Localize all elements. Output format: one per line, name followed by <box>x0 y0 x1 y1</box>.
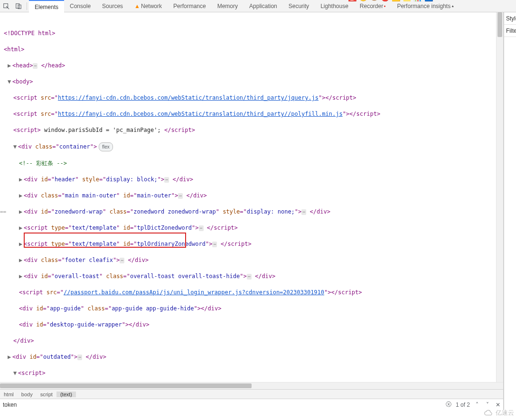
dom-node[interactable]: <div id="desktop-guide-wrapper"></div> <box>1 321 503 329</box>
vertical-scrollbar[interactable] <box>496 12 503 382</box>
next-match-icon[interactable]: ˅ <box>482 400 493 410</box>
breadcrumb: html body script (text) <box>0 389 503 399</box>
recorder-dot-icon: ● <box>384 4 385 8</box>
svg-rect-1 <box>16 3 19 8</box>
dom-node[interactable]: ▶<head>⋯ </head> <box>1 62 503 70</box>
search-count: 1 of 2 <box>454 401 472 408</box>
styles-tab[interactable]: Style <box>504 12 516 25</box>
dom-node[interactable]: </div> <box>1 337 503 345</box>
tab-elements[interactable]: Elements <box>29 0 64 12</box>
scrollbar-thumb[interactable] <box>0 383 252 388</box>
tab-security[interactable]: Security <box>283 0 315 12</box>
dom-node[interactable]: ▶<script type="text/template" id="tplDic… <box>1 224 503 232</box>
filter-field[interactable]: Filte <box>504 25 516 37</box>
selected-line-marker: == <box>0 208 6 216</box>
devtools-tabs: Elements Console Sources ▲Network Perfor… <box>0 0 516 12</box>
crumb-text[interactable]: (text) <box>56 392 76 397</box>
dom-tree[interactable]: == <!DOCTYPE html> <html> ▶<head>⋯ </hea… <box>0 12 503 382</box>
clear-icon[interactable]: ⓧ <box>443 400 454 410</box>
cloud-icon <box>483 410 494 416</box>
horizontal-scrollbar[interactable] <box>0 382 503 389</box>
crumb-script[interactable]: script <box>37 392 56 397</box>
dom-node[interactable]: ▶<div class="footer cleafix">⋯ </div> <box>1 256 503 264</box>
search-input[interactable] <box>0 401 443 408</box>
dom-node[interactable]: <script src="https://fanyi-cdn.cdn.bcebo… <box>1 94 503 102</box>
insights-dot-icon: ▲ <box>451 4 454 8</box>
dom-node[interactable]: ▶<div id="outdated">⋯ </div> <box>1 353 503 361</box>
scrollbar-thumb[interactable] <box>497 12 502 37</box>
styles-panel: Style Filte <box>504 12 516 410</box>
dom-node[interactable]: ▼<div class="container">flex <box>1 142 503 151</box>
inspect-icon[interactable] <box>2 2 10 10</box>
crumb-body[interactable]: body <box>18 392 37 397</box>
dom-node[interactable]: ▶<div id="zonedword-wrap" class="zonedwo… <box>1 208 503 216</box>
dom-node[interactable]: <script> window.parisSubId = 'pc_mainPag… <box>1 126 503 134</box>
dom-node[interactable]: ▶<div class="main main-outer" id="main-o… <box>1 192 503 200</box>
dom-node[interactable]: <div id="app-guide" class="app-guide app… <box>1 305 503 313</box>
dom-node[interactable]: <html> <box>1 46 503 54</box>
warning-icon: ▲ <box>134 3 141 9</box>
tab-network[interactable]: ▲Network <box>129 0 168 12</box>
tab-memory[interactable]: Memory <box>212 0 244 12</box>
device-toggle-icon[interactable] <box>15 2 22 10</box>
dom-node[interactable]: ▶<div id="overall-toast" class="overall-… <box>1 272 503 280</box>
tab-console[interactable]: Console <box>64 0 96 12</box>
dom-node[interactable]: ▼<body> <box>1 78 503 86</box>
close-search-icon[interactable]: ✕ <box>493 400 503 410</box>
tab-performance[interactable]: Performance <box>168 0 212 12</box>
prev-match-icon[interactable]: ˄ <box>472 400 482 410</box>
search-bar: ⓧ 1 of 2 ˄ ˅ ✕ <box>0 399 503 410</box>
crumb-html[interactable]: html <box>0 392 18 397</box>
dom-node[interactable]: ▶<script type="text/template" id="tplOrd… <box>1 240 503 248</box>
elements-panel: == <!DOCTYPE html> <html> ▶<head>⋯ </hea… <box>0 12 504 410</box>
dom-node[interactable]: <!DOCTYPE html> <box>1 29 503 37</box>
ellipsis-icon[interactable]: ⋯ <box>33 63 38 69</box>
tab-sources[interactable]: Sources <box>96 0 129 12</box>
flex-badge[interactable]: flex <box>99 142 113 151</box>
dom-node[interactable]: ▶<div id="header" style="display: block;… <box>1 176 503 184</box>
divider <box>27 2 27 10</box>
dom-node[interactable]: ▼<script> <box>1 369 503 377</box>
dom-node[interactable]: <script src="//passport.baidu.com/passAp… <box>1 289 503 297</box>
dom-node[interactable]: <script src="https://fanyi-cdn.cdn.bcebo… <box>1 110 503 118</box>
tab-application[interactable]: Application <box>244 0 283 12</box>
tab-performance-insights[interactable]: Performance insights▲ <box>391 0 460 12</box>
dom-node[interactable]: <!-- 彩虹条 --> <box>1 159 503 168</box>
tab-recorder[interactable]: Recorder● <box>354 0 392 12</box>
tab-lighthouse[interactable]: Lighthouse <box>315 0 354 12</box>
